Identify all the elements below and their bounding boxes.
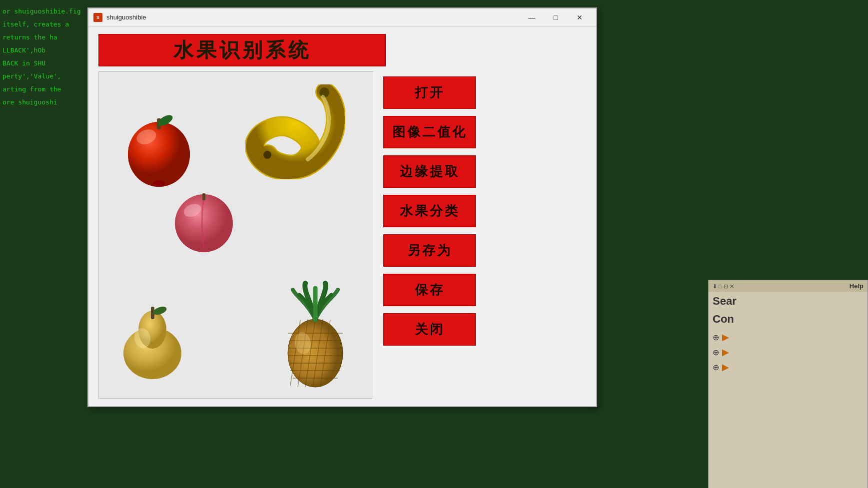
code-line: perty','Value',	[2, 70, 87, 83]
app-banner: 水果识别系统	[98, 34, 386, 66]
pear-svg	[116, 296, 189, 381]
pear-fruit	[116, 296, 189, 381]
code-line: arting from the	[2, 83, 87, 96]
peach-svg	[171, 189, 236, 254]
svg-point-5	[153, 180, 165, 186]
code-line: or shuiguoshibie.fig	[2, 5, 87, 18]
image-panel	[98, 71, 373, 399]
maximize-button[interactable]: □	[544, 10, 567, 24]
binarize-button[interactable]: 图像二值化	[383, 116, 476, 148]
apple-svg	[121, 109, 196, 189]
app-icon: S	[93, 13, 102, 22]
right-panel-icons-row: ⬇ □ ⊡ ✕	[713, 283, 734, 290]
code-line: LLBACK',hOb	[2, 44, 87, 57]
pineapple-svg	[275, 281, 355, 391]
right-panel: ⬇ □ ⊡ ✕ Help Sear Con ⊕ ▶ ⊕ ▶ ⊕ ▶	[708, 280, 868, 488]
banner-title: 水果识别系统	[173, 36, 311, 64]
code-line: itself, creates a	[2, 18, 87, 31]
svg-rect-10	[202, 193, 205, 200]
background-code: or shuiguoshibie.fig itself, creates a r…	[0, 0, 90, 488]
svg-point-1	[128, 122, 190, 187]
open-button[interactable]: 打开	[383, 76, 476, 109]
save-button[interactable]: 保存	[383, 274, 476, 306]
fruits-display	[106, 79, 365, 391]
window-title: shuiguoshibie	[106, 13, 520, 21]
edge-button[interactable]: 边缘提取	[383, 155, 476, 188]
main-body: 打开 图像二值化 边缘提取 水果分类 另存为 保存 关闭	[98, 71, 586, 399]
code-line: ore shuiguoshi	[2, 96, 87, 109]
svg-point-7	[263, 151, 271, 159]
pineapple-fruit	[275, 281, 355, 391]
close-app-button[interactable]: 关闭	[383, 313, 476, 346]
main-window: S shuiguoshibie — □ ✕ 水果识别系统	[87, 7, 597, 407]
search-partial-label: Sear	[713, 295, 864, 308]
help-label: Help	[850, 282, 864, 290]
code-line: BACK in SHU	[2, 57, 87, 70]
apple-fruit	[121, 109, 196, 189]
right-panel-header: ⬇ □ ⊡ ✕ Help	[709, 280, 868, 292]
window-controls: — □ ✕	[520, 10, 591, 24]
arrow-icon-3: ▶	[722, 362, 729, 373]
plus-icon-1[interactable]: ⊕	[713, 333, 719, 342]
con-partial-label: Con	[709, 311, 868, 328]
plus-icon-2[interactable]: ⊕	[713, 348, 719, 357]
right-panel-search-area: Sear	[709, 292, 868, 311]
code-line: returns the ha	[2, 31, 87, 44]
saveas-button[interactable]: 另存为	[383, 234, 476, 267]
window-content: 水果识别系统	[88, 26, 596, 406]
banana-fruit	[245, 84, 345, 179]
minimize-button[interactable]: —	[520, 10, 543, 24]
svg-point-16	[288, 319, 343, 387]
banana-svg	[245, 84, 345, 179]
plus-icon-3[interactable]: ⊕	[713, 363, 719, 372]
arrow-icon-2: ▶	[722, 347, 729, 358]
classify-button[interactable]: 水果分类	[383, 195, 476, 227]
buttons-panel: 打开 图像二值化 边缘提取 水果分类 另存为 保存 关闭	[383, 71, 476, 399]
window-close-button[interactable]: ✕	[568, 10, 591, 24]
arrow-icon-1: ▶	[722, 332, 729, 343]
peach-fruit	[171, 189, 236, 254]
title-bar: S shuiguoshibie — □ ✕	[88, 8, 596, 26]
